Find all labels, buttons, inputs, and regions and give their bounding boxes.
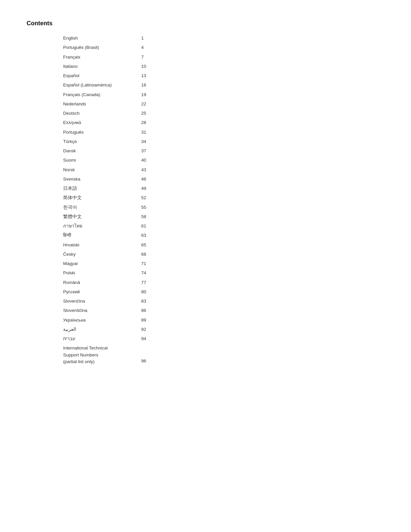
toc-row: 繁體中文58: [63, 212, 150, 221]
toc-page: 83: [141, 298, 150, 305]
toc-label: Русский: [63, 289, 141, 295]
toc-page: 61: [141, 223, 150, 229]
toc-label: Ελληνικά: [63, 119, 141, 126]
toc-label: 简体中文: [63, 195, 141, 201]
toc-row: Nederlands22: [63, 99, 150, 109]
toc-label: 한국어: [63, 204, 141, 211]
toc-page: 16: [141, 82, 150, 88]
toc-row: Português (Brasil)4: [63, 43, 150, 52]
toc-page: 31: [141, 129, 150, 136]
toc-label: 日本語: [63, 185, 141, 192]
toc-label: Deutsch: [63, 110, 141, 117]
toc-page: 74: [141, 270, 150, 276]
toc-page: 58: [141, 213, 150, 220]
toc-label: Français: [63, 54, 141, 61]
toc-row: 简体中文52: [63, 193, 150, 202]
toc-label: 繁體中文: [63, 213, 141, 220]
toc-label: Türkçe: [63, 138, 141, 145]
toc-row: Suomi40: [63, 156, 150, 165]
toc-page: 71: [141, 260, 150, 267]
toc-label: ภาษาไทย: [63, 223, 141, 229]
toc-label: Italiano: [63, 63, 141, 70]
toc-label: עברית: [63, 335, 141, 342]
toc-label: Magyar: [63, 260, 141, 267]
toc-row: Hrvatski65: [63, 240, 150, 250]
toc-table: English1Português (Brasil)4Français7Ital…: [63, 34, 150, 366]
toc-page: 86: [141, 307, 150, 314]
toc-page: 37: [141, 148, 150, 154]
toc-page: 43: [141, 167, 150, 173]
toc-page: 55: [141, 204, 150, 211]
toc-row: English1: [63, 34, 150, 43]
toc-page: 10: [141, 63, 150, 70]
toc-page: 19: [141, 91, 150, 98]
toc-row: Dansk37: [63, 146, 150, 156]
toc-label: العربية: [63, 326, 141, 333]
toc-row: Română77: [63, 278, 150, 287]
toc-row: 日本語49: [63, 184, 150, 193]
toc-row: Ελληνικά28: [63, 118, 150, 127]
toc-label: Polski: [63, 270, 141, 276]
toc-page: 28: [141, 119, 150, 126]
toc-page: 65: [141, 242, 150, 248]
toc-page: 22: [141, 101, 150, 107]
toc-row: Español13: [63, 71, 150, 80]
toc-page: 13: [141, 72, 150, 79]
toc-row: Italiano10: [63, 62, 150, 71]
toc-row: Slovenščina86: [63, 306, 150, 315]
toc-label: Português: [63, 129, 141, 136]
toc-row: עברית94: [63, 334, 150, 343]
toc-row: 한국어55: [63, 203, 150, 212]
toc-page: 1: [141, 35, 150, 42]
toc-label: हिन्दी: [63, 232, 141, 239]
toc-label: English: [63, 35, 141, 42]
toc-label: Français (Canada): [63, 91, 141, 98]
toc-row: Deutsch25: [63, 109, 150, 118]
toc-label: Hrvatski: [63, 242, 141, 248]
toc-row: Français7: [63, 53, 150, 62]
toc-page: 4: [141, 44, 150, 51]
toc-label: Suomi: [63, 157, 141, 164]
toc-row: Français (Canada)19: [63, 90, 150, 99]
toc-row: Magyar71: [63, 259, 150, 268]
toc-page: 7: [141, 54, 150, 61]
toc-row: Norsk43: [63, 165, 150, 175]
toc-label: Norsk: [63, 167, 141, 173]
toc-row: Slovenčina83: [63, 297, 150, 306]
toc-row: Svenska46: [63, 175, 150, 184]
toc-row: Polski74: [63, 268, 150, 278]
toc-label: Español (Latinoamérica): [63, 82, 141, 88]
toc-label: Slovenčina: [63, 298, 141, 305]
toc-row-last: International TechnicalSupport Numbers(p…: [63, 343, 150, 366]
toc-label: Slovenščina: [63, 307, 141, 314]
toc-row: Česky68: [63, 250, 150, 259]
toc-page: 92: [141, 326, 150, 333]
toc-page: 49: [141, 185, 150, 192]
toc-row: العربية92: [63, 325, 150, 334]
toc-label: Svenska: [63, 176, 141, 183]
toc-label: Português (Brasil): [63, 44, 141, 51]
toc-page: 34: [141, 138, 150, 145]
toc-page: 40: [141, 157, 150, 164]
toc-row: ภาษาไทย61: [63, 221, 150, 231]
toc-page: 80: [141, 289, 150, 295]
toc-row: हिन्दी63: [63, 231, 150, 240]
toc-row: Español (Latinoamérica)16: [63, 80, 150, 90]
toc-label: Česky: [63, 251, 141, 258]
toc-page: 63: [141, 232, 150, 239]
toc-label: Español: [63, 72, 141, 79]
toc-page: 46: [141, 176, 150, 183]
toc-page: 68: [141, 251, 150, 258]
toc-page: 89: [141, 317, 150, 324]
toc-page-last: 96: [141, 358, 150, 365]
toc-row: Українська89: [63, 316, 150, 325]
toc-row: Türkçe34: [63, 137, 150, 146]
toc-label: Dansk: [63, 148, 141, 154]
toc-label-last: International TechnicalSupport Numbers(p…: [63, 345, 141, 365]
toc-row: Русский80: [63, 287, 150, 297]
toc-label: Українська: [63, 317, 141, 324]
toc-page: 94: [141, 335, 150, 342]
toc-row: Português31: [63, 128, 150, 137]
toc-page: 25: [141, 110, 150, 117]
toc-page: 77: [141, 279, 150, 286]
